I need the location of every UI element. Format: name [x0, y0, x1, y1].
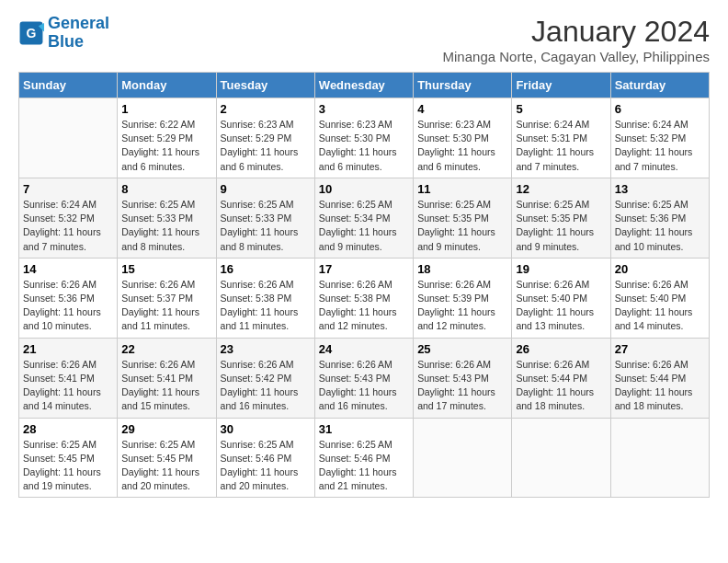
page-header: G General Blue January 2024 Minanga Nort… — [18, 15, 710, 64]
location-subtitle: Minanga Norte, Cagayan Valley, Philippin… — [443, 49, 710, 64]
calendar-cell: 5Sunrise: 6:24 AMSunset: 5:31 PMDaylight… — [512, 98, 610, 178]
day-number: 15 — [121, 262, 211, 276]
day-info: Sunrise: 6:26 AMSunset: 5:36 PMDaylight:… — [23, 278, 113, 334]
day-number: 4 — [417, 102, 507, 116]
logo-icon: G — [18, 20, 44, 46]
calendar-cell — [610, 418, 709, 498]
day-info: Sunrise: 6:25 AMSunset: 5:33 PMDaylight:… — [121, 198, 211, 254]
day-info: Sunrise: 6:23 AMSunset: 5:30 PMDaylight:… — [417, 118, 507, 174]
day-info: Sunrise: 6:26 AMSunset: 5:44 PMDaylight:… — [516, 358, 606, 414]
week-row-4: 21Sunrise: 6:26 AMSunset: 5:41 PMDayligh… — [19, 338, 710, 418]
day-number: 13 — [615, 182, 705, 196]
day-number: 6 — [615, 102, 705, 116]
calendar-cell — [414, 418, 512, 498]
day-number: 2 — [221, 102, 311, 116]
calendar-cell: 28Sunrise: 6:25 AMSunset: 5:45 PMDayligh… — [19, 418, 118, 498]
column-header-monday: Monday — [118, 73, 216, 98]
calendar-cell: 30Sunrise: 6:25 AMSunset: 5:46 PMDayligh… — [216, 418, 314, 498]
logo-text: General Blue — [48, 15, 109, 52]
calendar-cell: 24Sunrise: 6:26 AMSunset: 5:43 PMDayligh… — [314, 338, 413, 418]
day-number: 30 — [221, 422, 311, 436]
day-info: Sunrise: 6:26 AMSunset: 5:37 PMDaylight:… — [121, 278, 211, 334]
calendar-cell: 27Sunrise: 6:26 AMSunset: 5:44 PMDayligh… — [610, 338, 709, 418]
column-header-sunday: Sunday — [19, 73, 118, 98]
day-number: 1 — [121, 102, 211, 116]
calendar-cell: 23Sunrise: 6:26 AMSunset: 5:42 PMDayligh… — [216, 338, 314, 418]
day-info: Sunrise: 6:26 AMSunset: 5:38 PMDaylight:… — [221, 278, 311, 334]
day-number: 24 — [319, 342, 409, 356]
day-info: Sunrise: 6:25 AMSunset: 5:45 PMDaylight:… — [121, 438, 211, 494]
day-number: 31 — [319, 422, 409, 436]
day-number: 22 — [121, 342, 211, 356]
calendar-cell: 25Sunrise: 6:26 AMSunset: 5:43 PMDayligh… — [414, 338, 512, 418]
calendar-cell: 14Sunrise: 6:26 AMSunset: 5:36 PMDayligh… — [19, 258, 118, 338]
column-header-wednesday: Wednesday — [314, 73, 413, 98]
day-info: Sunrise: 6:26 AMSunset: 5:43 PMDaylight:… — [417, 358, 507, 414]
calendar-cell — [512, 418, 610, 498]
day-info: Sunrise: 6:26 AMSunset: 5:42 PMDaylight:… — [221, 358, 311, 414]
day-info: Sunrise: 6:25 AMSunset: 5:36 PMDaylight:… — [615, 198, 705, 254]
day-info: Sunrise: 6:26 AMSunset: 5:40 PMDaylight:… — [615, 278, 705, 334]
day-info: Sunrise: 6:25 AMSunset: 5:34 PMDaylight:… — [319, 198, 409, 254]
calendar-cell: 1Sunrise: 6:22 AMSunset: 5:29 PMDaylight… — [118, 98, 216, 178]
day-number: 17 — [319, 262, 409, 276]
day-info: Sunrise: 6:22 AMSunset: 5:29 PMDaylight:… — [121, 118, 211, 174]
day-number: 9 — [221, 182, 311, 196]
day-number: 28 — [23, 422, 113, 436]
column-header-saturday: Saturday — [610, 73, 709, 98]
day-number: 20 — [615, 262, 705, 276]
calendar-cell: 20Sunrise: 6:26 AMSunset: 5:40 PMDayligh… — [610, 258, 709, 338]
day-number: 26 — [516, 342, 606, 356]
day-number: 25 — [417, 342, 507, 356]
day-info: Sunrise: 6:26 AMSunset: 5:38 PMDaylight:… — [319, 278, 409, 334]
day-number: 11 — [417, 182, 507, 196]
title-block: January 2024 Minanga Norte, Cagayan Vall… — [443, 15, 710, 64]
calendar-cell: 22Sunrise: 6:26 AMSunset: 5:41 PMDayligh… — [118, 338, 216, 418]
day-info: Sunrise: 6:26 AMSunset: 5:43 PMDaylight:… — [319, 358, 409, 414]
day-info: Sunrise: 6:23 AMSunset: 5:29 PMDaylight:… — [221, 118, 311, 174]
calendar-cell — [19, 98, 118, 178]
day-info: Sunrise: 6:24 AMSunset: 5:31 PMDaylight:… — [516, 118, 606, 174]
calendar-cell: 6Sunrise: 6:24 AMSunset: 5:32 PMDaylight… — [610, 98, 709, 178]
column-header-friday: Friday — [512, 73, 610, 98]
day-info: Sunrise: 6:26 AMSunset: 5:41 PMDaylight:… — [23, 358, 113, 414]
calendar-cell: 4Sunrise: 6:23 AMSunset: 5:30 PMDaylight… — [414, 98, 512, 178]
calendar-cell: 10Sunrise: 6:25 AMSunset: 5:34 PMDayligh… — [314, 178, 413, 258]
calendar-cell: 29Sunrise: 6:25 AMSunset: 5:45 PMDayligh… — [118, 418, 216, 498]
svg-text:G: G — [27, 25, 37, 40]
day-info: Sunrise: 6:26 AMSunset: 5:41 PMDaylight:… — [121, 358, 211, 414]
column-header-tuesday: Tuesday — [216, 73, 314, 98]
day-info: Sunrise: 6:25 AMSunset: 5:33 PMDaylight:… — [221, 198, 311, 254]
week-row-1: 1Sunrise: 6:22 AMSunset: 5:29 PMDaylight… — [19, 98, 710, 178]
month-title: January 2024 — [443, 15, 710, 49]
day-info: Sunrise: 6:25 AMSunset: 5:46 PMDaylight:… — [221, 438, 311, 494]
calendar-table: SundayMondayTuesdayWednesdayThursdayFrid… — [18, 72, 710, 498]
day-info: Sunrise: 6:26 AMSunset: 5:44 PMDaylight:… — [615, 358, 705, 414]
calendar-cell: 17Sunrise: 6:26 AMSunset: 5:38 PMDayligh… — [314, 258, 413, 338]
day-number: 8 — [121, 182, 211, 196]
day-info: Sunrise: 6:25 AMSunset: 5:45 PMDaylight:… — [23, 438, 113, 494]
day-info: Sunrise: 6:24 AMSunset: 5:32 PMDaylight:… — [615, 118, 705, 174]
calendar-cell: 8Sunrise: 6:25 AMSunset: 5:33 PMDaylight… — [118, 178, 216, 258]
day-number: 12 — [516, 182, 606, 196]
day-number: 16 — [221, 262, 311, 276]
calendar-cell: 15Sunrise: 6:26 AMSunset: 5:37 PMDayligh… — [118, 258, 216, 338]
logo: G General Blue — [18, 15, 109, 52]
day-info: Sunrise: 6:26 AMSunset: 5:40 PMDaylight:… — [516, 278, 606, 334]
calendar-cell: 16Sunrise: 6:26 AMSunset: 5:38 PMDayligh… — [216, 258, 314, 338]
day-info: Sunrise: 6:24 AMSunset: 5:32 PMDaylight:… — [23, 198, 113, 254]
day-info: Sunrise: 6:26 AMSunset: 5:39 PMDaylight:… — [417, 278, 507, 334]
day-number: 10 — [319, 182, 409, 196]
calendar-cell: 18Sunrise: 6:26 AMSunset: 5:39 PMDayligh… — [414, 258, 512, 338]
day-number: 27 — [615, 342, 705, 356]
day-info: Sunrise: 6:25 AMSunset: 5:35 PMDaylight:… — [417, 198, 507, 254]
calendar-cell: 13Sunrise: 6:25 AMSunset: 5:36 PMDayligh… — [610, 178, 709, 258]
calendar-cell: 31Sunrise: 6:25 AMSunset: 5:46 PMDayligh… — [314, 418, 413, 498]
day-info: Sunrise: 6:23 AMSunset: 5:30 PMDaylight:… — [319, 118, 409, 174]
day-info: Sunrise: 6:25 AMSunset: 5:46 PMDaylight:… — [319, 438, 409, 494]
calendar-cell: 11Sunrise: 6:25 AMSunset: 5:35 PMDayligh… — [414, 178, 512, 258]
day-number: 3 — [319, 102, 409, 116]
calendar-cell: 19Sunrise: 6:26 AMSunset: 5:40 PMDayligh… — [512, 258, 610, 338]
day-number: 23 — [221, 342, 311, 356]
calendar-cell: 3Sunrise: 6:23 AMSunset: 5:30 PMDaylight… — [314, 98, 413, 178]
